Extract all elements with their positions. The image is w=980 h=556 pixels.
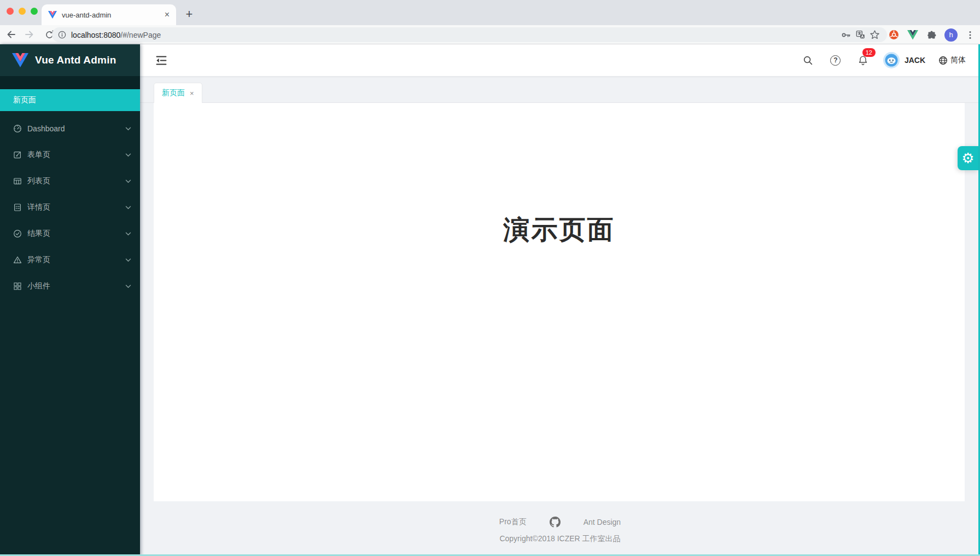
- vue-devtools-icon: [907, 30, 918, 40]
- chevron-down-icon: [125, 232, 131, 236]
- sidebar-collapse-button[interactable]: [154, 53, 168, 67]
- orange-extension-icon: [888, 29, 900, 40]
- browser-tab-title: vue-antd-admin: [62, 11, 160, 19]
- gear-icon: ⚙: [961, 151, 974, 165]
- username: JACK: [905, 56, 925, 65]
- browser-tab[interactable]: vue-antd-admin ×: [42, 4, 176, 25]
- vue-devtools-button[interactable]: [906, 28, 919, 42]
- menu-fold-icon: [155, 55, 167, 66]
- profile-icon: [13, 203, 22, 212]
- search-icon: [803, 55, 813, 66]
- sidebar-logo[interactable]: Vue Antd Admin: [0, 44, 140, 76]
- sidebar-item-form-page[interactable]: 表单页: [0, 144, 140, 166]
- table-icon: [13, 177, 22, 186]
- browser-menu-button[interactable]: [964, 28, 977, 42]
- sidebar-item-result-page[interactable]: 结果页: [0, 223, 140, 245]
- chevron-down-icon: [125, 258, 131, 262]
- window-controls: [7, 8, 38, 15]
- translate-icon: [855, 30, 866, 40]
- sidebar-item-dashboard[interactable]: Dashboard: [0, 118, 140, 140]
- sidebar-item-exception-page[interactable]: 异常页: [0, 249, 140, 271]
- avatar: [883, 52, 900, 68]
- back-button[interactable]: [3, 27, 19, 42]
- vue-favicon-icon: [48, 11, 57, 19]
- notifications-button[interactable]: 12: [856, 53, 870, 67]
- forward-button[interactable]: [22, 27, 37, 42]
- info-icon[interactable]: [57, 30, 67, 39]
- puzzle-icon: [926, 30, 937, 40]
- warning-icon: [13, 256, 22, 264]
- app-root: Vue Antd Admin 新页面 Dashboard: [0, 44, 980, 556]
- question-circle-icon: ?: [830, 55, 841, 66]
- extension-orange-button[interactable]: [887, 28, 900, 42]
- url-text[interactable]: localhost:8080/#/newPage: [71, 31, 839, 39]
- footer-github-link[interactable]: [550, 517, 561, 528]
- check-circle-icon: [13, 229, 22, 238]
- sidebar-item-widgets[interactable]: 小组件: [0, 275, 140, 297]
- chevron-down-icon: [125, 153, 131, 157]
- main-area: ? 12: [140, 44, 980, 556]
- sidebar-item-label: 异常页: [27, 255, 125, 265]
- content-card: 演示页面: [154, 103, 965, 501]
- sidebar-item-label: Dashboard: [27, 124, 125, 133]
- key-icon: [841, 30, 851, 40]
- tab-close-icon[interactable]: ×: [165, 10, 170, 19]
- sidebar-item-detail-page[interactable]: 详情页: [0, 196, 140, 218]
- search-button[interactable]: [801, 53, 815, 67]
- page-tabbar: 新页面 ×: [140, 76, 980, 103]
- form-icon: [13, 150, 22, 159]
- translate-button[interactable]: [853, 28, 867, 42]
- chevron-down-icon: [125, 179, 131, 183]
- url-path: /#/newPage: [120, 31, 161, 39]
- copyright: Copyright©2018 ICZER 工作室出品: [140, 534, 980, 544]
- star-icon: [870, 30, 880, 40]
- page-footer: Pro首页 Ant Design Copyright©2018 ICZER 工作…: [140, 515, 980, 544]
- minimize-window-button[interactable]: [19, 8, 26, 15]
- url-bar[interactable]: localhost:8080/#/newPage: [52, 27, 887, 42]
- app-header: ? 12: [140, 44, 980, 76]
- app-title: Vue Antd Admin: [35, 54, 116, 66]
- tab-close-icon[interactable]: ×: [190, 89, 194, 97]
- footer-links: Pro首页 Ant Design: [140, 515, 980, 529]
- sidebar-item-label: 列表页: [27, 176, 125, 186]
- notification-badge: 12: [862, 48, 876, 57]
- globe-icon: [938, 56, 948, 65]
- language-switcher[interactable]: 简体: [938, 55, 966, 65]
- settings-drawer-button[interactable]: ⚙: [958, 146, 978, 170]
- sidebar-item-label: 表单页: [27, 150, 125, 160]
- maximize-window-button[interactable]: [31, 8, 38, 15]
- browser-tabstrip: vue-antd-admin × +: [0, 0, 980, 25]
- tab-label: 新页面: [162, 88, 185, 98]
- password-key-button[interactable]: [839, 28, 853, 42]
- page-title: 演示页面: [154, 212, 965, 247]
- sidebar-item-label: 小组件: [27, 281, 125, 291]
- back-arrow-icon: [5, 29, 16, 40]
- github-icon: [550, 517, 561, 528]
- dashboard-icon: [13, 124, 22, 133]
- sidebar-item-label: 结果页: [27, 229, 125, 239]
- sidebar-item-new-page[interactable]: 新页面: [0, 89, 140, 111]
- sidebar-menu: Dashboard 表单页: [0, 111, 140, 297]
- chevron-down-icon: [125, 127, 131, 131]
- new-tab-button[interactable]: +: [180, 5, 198, 23]
- extension-cluster: h: [887, 27, 977, 43]
- close-window-button[interactable]: [7, 8, 14, 15]
- browser-profile-avatar[interactable]: h: [944, 28, 958, 42]
- block-icon: [13, 282, 22, 291]
- screen: vue-antd-admin × +: [0, 0, 980, 556]
- url-host: localhost:8080: [71, 31, 120, 39]
- kebab-menu-icon: [965, 30, 975, 40]
- sidebar: Vue Antd Admin 新页面 Dashboard: [0, 44, 140, 556]
- user-menu[interactable]: JACK: [883, 52, 925, 68]
- tab-new-page[interactable]: 新页面 ×: [154, 83, 202, 103]
- language-label: 简体: [950, 55, 966, 65]
- help-button[interactable]: ?: [829, 53, 843, 67]
- sidebar-divider: [0, 76, 140, 89]
- bookmark-star-button[interactable]: [867, 28, 882, 42]
- footer-link-pro-home[interactable]: Pro首页: [499, 517, 527, 527]
- footer-link-ant-design[interactable]: Ant Design: [584, 518, 621, 526]
- forward-arrow-icon: [24, 29, 35, 40]
- sidebar-item-label: 详情页: [27, 202, 125, 212]
- sidebar-item-list-page[interactable]: 列表页: [0, 170, 140, 192]
- extensions-button[interactable]: [925, 28, 938, 42]
